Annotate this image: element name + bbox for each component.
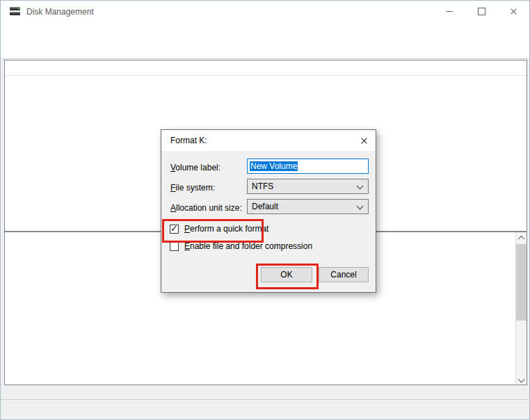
vertical-scrollbar[interactable]	[515, 232, 527, 385]
minimize-icon	[446, 11, 453, 12]
legend-bar	[4, 385, 527, 398]
chevron-down-icon	[518, 375, 525, 382]
volume-label-label: Volume label:	[170, 163, 220, 172]
volume-label-value: New Volume	[250, 161, 298, 171]
chevron-down-icon	[357, 203, 364, 210]
scroll-up-button[interactable]	[516, 232, 527, 243]
format-dialog: Format K: Volume label: New Volume File …	[161, 129, 376, 293]
compression-checkbox[interactable]	[170, 242, 179, 251]
close-button[interactable]	[497, 1, 529, 22]
format-dialog-titlebar: Format K:	[161, 130, 376, 151]
title-bar: Disk Management	[1, 1, 529, 23]
app-icon	[10, 7, 21, 17]
cancel-button[interactable]: Cancel	[319, 267, 369, 282]
disk-management-window: Disk Management Format K: Volume label:	[0, 0, 530, 420]
window-title: Disk Management	[26, 7, 94, 17]
volume-label-input[interactable]: New Volume	[247, 159, 369, 174]
dialog-close-button[interactable]	[360, 136, 369, 145]
format-dialog-title: Format K:	[170, 136, 207, 145]
scrollbar-thumb[interactable]	[516, 244, 527, 321]
chevron-down-icon	[357, 183, 364, 190]
allocation-unit-value: Default	[252, 202, 278, 211]
status-bar	[1, 399, 530, 420]
maximize-button[interactable]	[465, 1, 497, 22]
ok-button[interactable]: OK	[261, 267, 312, 282]
toolbar	[1, 40, 529, 59]
allocation-unit-label: Allocation unit size:	[170, 203, 242, 213]
file-system-value: NTFS	[252, 181, 273, 191]
volume-table-header	[5, 60, 527, 76]
allocation-unit-select[interactable]: Default	[247, 199, 369, 214]
menu-bar	[1, 23, 529, 40]
file-system-select[interactable]: NTFS	[247, 179, 369, 194]
quick-format-checkbox[interactable]	[170, 225, 179, 234]
scroll-down-button[interactable]	[516, 373, 527, 385]
maximize-icon	[478, 8, 485, 15]
close-icon	[510, 8, 517, 15]
minimize-button[interactable]	[433, 1, 465, 22]
quick-format-label: Perform a quick format	[184, 224, 268, 234]
chevron-up-icon	[518, 235, 525, 242]
compression-label: Enable file and folder compression	[184, 241, 312, 251]
file-system-label: File system:	[170, 183, 215, 193]
